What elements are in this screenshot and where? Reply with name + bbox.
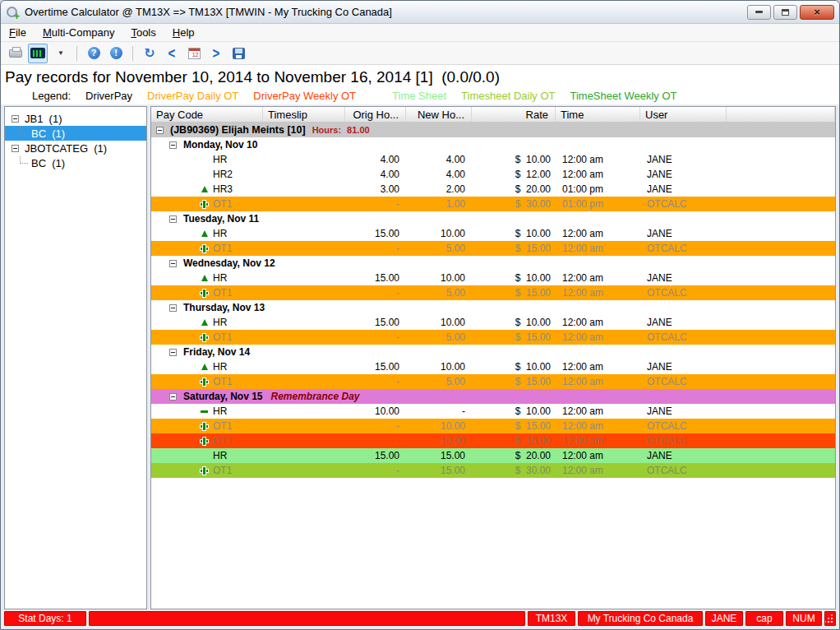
day-group-row[interactable]: Monday, Nov 10 <box>151 137 835 152</box>
time-cell: 12:00 am <box>556 226 640 241</box>
orig-hours-cell: - <box>345 197 406 211</box>
tree-item-jbotcateg-1[interactable]: JBOTCATEG (1) <box>5 141 146 155</box>
pay-record-row[interactable]: HR10.00-$ 10.0012:00 amJANE <box>151 404 835 419</box>
save-button[interactable] <box>228 44 248 63</box>
calendar-button[interactable]: 12 <box>184 44 204 63</box>
pay-record-row[interactable]: HR4.004.00$ 10.0012:00 amJANE <box>151 152 835 167</box>
column-header-orig-ho[interactable]: Orig Ho... <box>345 107 406 122</box>
collapse-box-icon[interactable] <box>12 145 19 152</box>
status-text: My Trucking Co Canada <box>588 613 694 624</box>
column-header-rate[interactable]: Rate <box>472 107 556 122</box>
collapse-box-icon[interactable] <box>169 349 177 356</box>
minimize-button[interactable] <box>747 5 771 20</box>
collapse-box-icon[interactable] <box>169 304 177 312</box>
info-button[interactable]: ! <box>106 44 126 63</box>
collapse-box-icon[interactable] <box>169 215 177 223</box>
hours-value: 81.00 <box>347 125 370 135</box>
user-cell: OTCALC <box>640 197 727 211</box>
pay-record-row[interactable]: HR24.004.00$ 12.0012:00 amJANE <box>151 167 835 182</box>
pay-code-cell: OT1 <box>151 433 263 448</box>
info-icon: ! <box>110 47 122 59</box>
tree-item-bc-1[interactable]: BC (1) <box>5 155 146 170</box>
time-cell: 12:00 am <box>556 271 640 285</box>
refresh-button[interactable]: ↻ <box>140 44 159 63</box>
day-group-row[interactable]: Friday, Nov 14 <box>151 345 835 359</box>
pay-record-row[interactable]: OT1-10.00$ 15.0012:00 amOTCALC <box>151 419 835 433</box>
time-cell: 12:00 am <box>556 419 640 433</box>
pay-record-row[interactable]: HR15.0010.00$ 10.0012:00 amJANE <box>151 271 835 285</box>
resize-grip[interactable] <box>824 611 836 626</box>
pay-record-row[interactable]: HR15.0010.00$ 10.0012:00 amJANE <box>151 359 835 374</box>
column-header-pay-code[interactable]: Pay Code <box>151 107 263 122</box>
pay-record-row[interactable]: OT1-5.00$ 15.0012:00 amOTCALC <box>151 285 835 300</box>
pay-record-row[interactable]: OT1-5.00$ 15.0012:00 amOTCALC <box>151 241 835 256</box>
time-cell: 12:00 am <box>556 463 640 478</box>
collapse-box-icon[interactable] <box>12 115 19 123</box>
close-button[interactable]: × <box>800 5 834 20</box>
pay-record-row[interactable]: HR15.0010.00$ 10.0012:00 amJANE <box>151 315 835 330</box>
pay-record-row[interactable]: OT1-10.00$ 15.0012:00 amOTCALC <box>151 433 835 448</box>
restore-button[interactable] <box>773 5 797 20</box>
arrow-up-icon <box>199 186 210 192</box>
timeslip-cell <box>263 152 345 167</box>
collapse-box-icon[interactable] <box>156 127 164 134</box>
rate-cell: $ 30.00 <box>472 463 556 478</box>
legend-bar: Legend: DriverPayDriverPay Daily OTDrive… <box>1 86 839 104</box>
tree-item-label: JBOTCATEG (1) <box>25 142 107 155</box>
column-header-user[interactable]: User <box>640 107 727 122</box>
status-text: JANE <box>712 613 737 624</box>
pay-code-text: OT1 <box>213 331 232 343</box>
orig-hours-cell: - <box>345 241 406 256</box>
pay-record-row[interactable]: HR33.002.00$ 20.0001:00 pmJANE <box>151 182 835 197</box>
pay-record-row[interactable]: HR15.0010.00$ 10.0012:00 amJANE <box>151 226 835 241</box>
pay-record-row[interactable]: OT1-5.00$ 15.0012:00 amOTCALC <box>151 330 835 345</box>
tree-item-bc-1[interactable]: BC (1) <box>5 126 146 141</box>
employee-group-row[interactable]: (JB90369) Elijah Meints [10]Hours:81.00 <box>151 123 835 137</box>
timeslip-cell <box>263 271 345 285</box>
title-bar: Overtime Calculator @ TM13X => TM13X [TM… <box>1 1 839 24</box>
refresh-icon: ↻ <box>144 45 155 61</box>
print-button[interactable] <box>6 44 25 63</box>
column-header-new-ho[interactable]: New Ho... <box>406 107 472 122</box>
user-cell: OTCALC <box>640 463 727 478</box>
pay-record-row[interactable]: OT1-5.00$ 15.0012:00 amOTCALC <box>151 374 835 389</box>
help-button[interactable]: ? <box>84 44 104 63</box>
pay-record-row[interactable]: OT1-1.00$ 30.0001:00 pmOTCALC <box>151 197 835 211</box>
menu-item-help[interactable]: Help <box>173 26 195 39</box>
user-cell: JANE <box>640 167 727 182</box>
activity-display-button[interactable] <box>28 44 48 63</box>
user-cell: JANE <box>640 152 727 167</box>
activity-dropdown-button[interactable]: ▼ <box>50 44 70 63</box>
menu-item-tools[interactable]: Tools <box>131 26 155 39</box>
day-group-row[interactable]: Thursday, Nov 13 <box>151 300 835 315</box>
new-hours-cell: - <box>406 404 472 419</box>
tree-item-jb1-1[interactable]: JB1 (1) <box>5 111 146 126</box>
time-cell: 12:00 am <box>556 167 640 182</box>
menu-item-multi-company[interactable]: Multi-Company <box>43 26 114 39</box>
timeslip-cell <box>263 197 345 211</box>
menu-item-file[interactable]: File <box>9 26 26 39</box>
pay-code-cell: OT1 <box>151 463 263 478</box>
filler-cell <box>727 463 835 478</box>
day-group-row[interactable]: Wednesday, Nov 12 <box>151 256 835 271</box>
orig-hours-cell: 15.00 <box>345 448 406 463</box>
timeslip-cell <box>263 404 345 419</box>
time-cell: 12:00 am <box>556 448 640 463</box>
pay-record-row[interactable]: HR15.0015.00$ 20.0012:00 amJANE <box>151 448 835 463</box>
next-period-button[interactable]: > <box>206 44 226 63</box>
collapse-box-icon[interactable] <box>169 393 177 401</box>
pay-records-grid: Pay CodeTimeslipOrig Ho...New Ho...RateT… <box>150 106 836 609</box>
collapse-box-icon[interactable] <box>169 260 177 267</box>
pay-code-cell: HR <box>151 226 263 241</box>
column-header-timeslip[interactable]: Timeslip <box>263 107 345 122</box>
previous-period-button[interactable]: < <box>162 44 182 63</box>
pay-code-cell: OT1 <box>151 285 263 300</box>
pay-code-text: HR <box>213 361 227 373</box>
day-group-row[interactable]: Tuesday, Nov 11 <box>151 211 835 226</box>
pay-record-row[interactable]: OT1-15.00$ 30.0012:00 amOTCALC <box>151 463 835 478</box>
column-header-time[interactable]: Time <box>556 107 640 122</box>
timeslip-cell <box>263 285 345 300</box>
day-group-row[interactable]: Saturday, Nov 15Remembrance Day <box>151 389 835 404</box>
collapse-box-icon[interactable] <box>169 141 177 149</box>
user-cell: JANE <box>640 315 727 330</box>
